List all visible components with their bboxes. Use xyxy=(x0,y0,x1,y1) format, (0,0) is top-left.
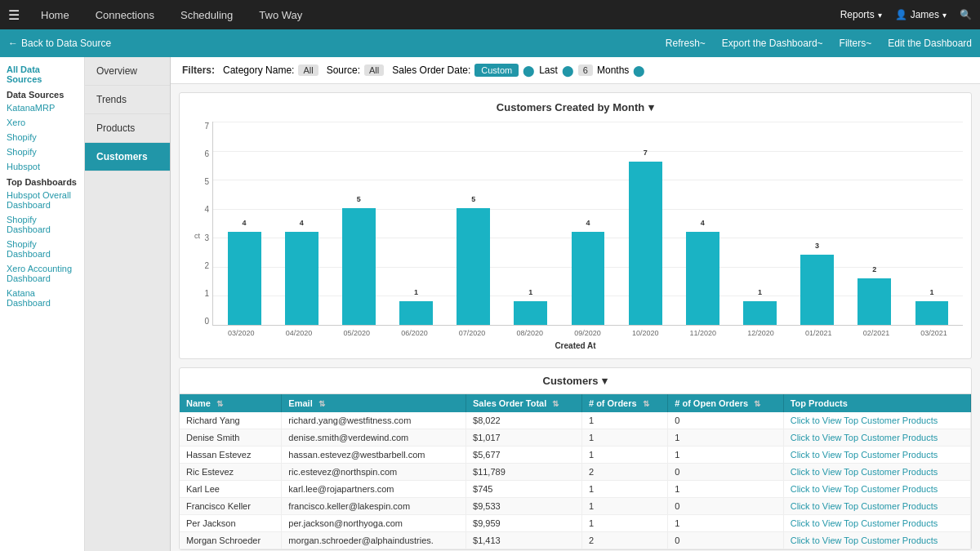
tab-products[interactable]: Products xyxy=(85,114,170,143)
sidebar-shopify-1[interactable]: Shopify xyxy=(0,130,84,144)
back-to-datasource-button[interactable]: ← Back to Data Source xyxy=(8,38,111,49)
cell-top-products[interactable]: Click to View Top Customer Products xyxy=(783,447,970,464)
bar-group: 1 xyxy=(388,122,443,325)
cell-email: hassan.estevez@westbarbell.com xyxy=(282,447,466,464)
x-axis-label: 04/2020 xyxy=(270,329,328,337)
refresh-label: Refresh~ xyxy=(666,38,706,49)
col-orders[interactable]: # of Orders ⇅ xyxy=(581,394,667,412)
sidebar-hubspot-overall[interactable]: Hubspot Overall Dashboard xyxy=(0,188,84,212)
col-email[interactable]: Email ⇅ xyxy=(282,394,466,412)
bar[interactable]: 2 xyxy=(858,278,891,325)
months-label: Months xyxy=(597,64,629,76)
bar-value-label: 4 xyxy=(701,219,705,227)
sort-icon: ⇅ xyxy=(643,399,649,408)
nav-twoway[interactable]: Two Way xyxy=(254,6,307,24)
bar[interactable]: 5 xyxy=(342,208,376,325)
cell-top-products[interactable]: Click to View Top Customer Products xyxy=(783,481,970,498)
cell-top-products[interactable]: Click to View Top Customer Products xyxy=(783,498,970,515)
cell-orders: 1 xyxy=(581,429,667,447)
table-row[interactable]: Hassan Estevez hassan.estevez@westbarbel… xyxy=(180,447,971,464)
sidebar-shopify-dashboard-1[interactable]: Shopify Dashboard xyxy=(0,212,84,237)
x-axis-label: 08/2020 xyxy=(501,329,559,337)
bar-value-label: 2 xyxy=(872,265,876,273)
last-value[interactable]: 6 xyxy=(578,64,593,76)
bar[interactable]: 4 xyxy=(572,232,605,325)
table-row[interactable]: Morgan Schroeder morgan.schroeder@alphai… xyxy=(180,532,971,549)
nav-connections[interactable]: Connections xyxy=(91,6,159,24)
bar[interactable]: 4 xyxy=(228,232,261,325)
user-menu[interactable]: 👤 James ▾ xyxy=(895,9,947,20)
bar[interactable]: 1 xyxy=(399,301,433,325)
cell-email: ric.estevez@northspin.com xyxy=(282,464,466,481)
col-top-products[interactable]: Top Products xyxy=(783,394,970,412)
bar[interactable]: 1 xyxy=(514,301,547,325)
sidebar-xero[interactable]: Xero xyxy=(0,115,84,130)
tab-overview[interactable]: Overview xyxy=(85,57,170,86)
table-row[interactable]: Richard Yang richard.yang@westfitness.co… xyxy=(180,412,971,429)
cell-top-products[interactable]: Click to View Top Customer Products xyxy=(783,429,970,447)
table-row[interactable]: Francisco Keller francisco.keller@lakesp… xyxy=(180,498,971,515)
tab-customers[interactable]: Customers xyxy=(85,143,170,171)
filters-button[interactable]: Filters~ xyxy=(840,38,872,49)
sidebar-hubspot[interactable]: Hubspot xyxy=(0,159,84,174)
filters-label: Filters~ xyxy=(840,38,872,49)
bar[interactable]: 4 xyxy=(686,232,719,325)
bar[interactable]: 7 xyxy=(629,162,662,325)
source-value[interactable]: All xyxy=(364,64,384,76)
cell-top-products[interactable]: Click to View Top Customer Products xyxy=(783,532,970,549)
chart-title-text: Customers Created by Month xyxy=(497,101,644,113)
source-filter: Source: All xyxy=(327,64,385,76)
refresh-button[interactable]: Refresh~ xyxy=(666,38,706,49)
search-icon[interactable]: 🔍 xyxy=(960,9,972,20)
bar[interactable]: 5 xyxy=(457,208,490,325)
x-axis-label: 12/2020 xyxy=(732,329,790,337)
edit-label: Edit the Dashboard xyxy=(888,38,972,49)
hamburger-menu[interactable]: ☰ xyxy=(8,7,20,23)
cell-top-products[interactable]: Click to View Top Customer Products xyxy=(783,515,970,532)
tab-trends[interactable]: Trends xyxy=(85,86,170,114)
table-title-dropdown[interactable]: ▾ xyxy=(602,375,608,387)
nav-home[interactable]: Home xyxy=(36,6,74,24)
table-row[interactable]: Denise Smith denise.smith@verdewind.com … xyxy=(180,429,971,447)
sidebar-katana-dashboard[interactable]: Katana Dashboard xyxy=(0,286,84,310)
export-button[interactable]: Export the Dashboard~ xyxy=(722,38,823,49)
col-name[interactable]: Name ⇅ xyxy=(180,394,282,412)
months-arrow-icon: ⬤ xyxy=(633,64,645,77)
sidebar-katana[interactable]: KatanaMRP xyxy=(0,100,84,115)
bar[interactable]: 3 xyxy=(800,255,834,325)
table-row[interactable]: Ric Estevez ric.estevez@northspin.com $1… xyxy=(180,464,971,481)
chart-title: Customers Created by Month ▾ xyxy=(188,101,963,113)
bar[interactable]: 4 xyxy=(285,232,318,325)
cell-top-products[interactable]: Click to View Top Customer Products xyxy=(783,412,970,429)
x-axis-label: 07/2020 xyxy=(443,329,501,337)
nav-scheduling[interactable]: Scheduling xyxy=(176,6,238,24)
content-area: Filters: Category Name: All Source: All … xyxy=(171,57,980,551)
cell-orders: 2 xyxy=(581,464,667,481)
last-label: Last xyxy=(539,64,558,76)
last-arrow-icon: ⬤ xyxy=(562,64,574,77)
category-value[interactable]: All xyxy=(298,64,318,76)
chart-title-dropdown[interactable]: ▾ xyxy=(648,101,654,113)
edit-dashboard-button[interactable]: Edit the Dashboard xyxy=(888,38,972,49)
bar[interactable]: 1 xyxy=(915,301,949,325)
col-total[interactable]: Sales Order Total ⇅ xyxy=(466,394,582,412)
table-row[interactable]: Per Jackson per.jackson@northyoga.com $9… xyxy=(180,515,971,532)
col-open-orders[interactable]: # of Open Orders ⇅ xyxy=(668,394,783,412)
cell-email: denise.smith@verdewind.com xyxy=(282,429,466,447)
reports-menu[interactable]: Reports ▾ xyxy=(840,9,882,20)
cell-total: $9,533 xyxy=(466,498,582,515)
table-row[interactable]: Karl Lee karl.lee@rojapartners.com $745 … xyxy=(180,481,971,498)
sidebar-shopify-dashboard-2[interactable]: Shopify Dashboard xyxy=(0,237,84,261)
user-dropdown-arrow: ▾ xyxy=(942,11,947,20)
bar[interactable]: 1 xyxy=(743,301,777,325)
date-custom-button[interactable]: Custom xyxy=(474,64,519,77)
sidebar-xero-accounting[interactable]: Xero Accounting Dashboard xyxy=(0,261,84,286)
all-data-sources[interactable]: All Data Sources xyxy=(0,62,84,87)
top-nav-right: Reports ▾ 👤 James ▾ 🔍 xyxy=(840,9,972,20)
bar-group: 4 xyxy=(274,122,329,325)
back-arrow-icon: ← xyxy=(8,38,18,49)
cell-top-products[interactable]: Click to View Top Customer Products xyxy=(783,464,970,481)
nav-tabs: Overview Trends Products Customers xyxy=(85,57,171,551)
bar-value-label: 1 xyxy=(414,288,418,296)
sidebar-shopify-2[interactable]: Shopify xyxy=(0,144,84,159)
